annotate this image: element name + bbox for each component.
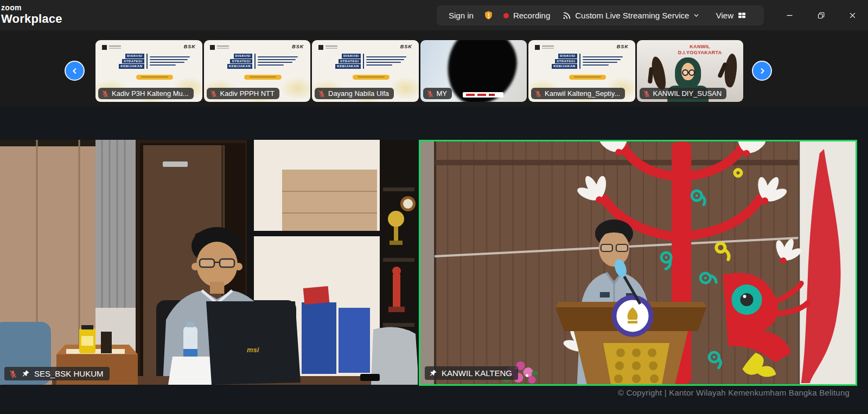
security-shield-button[interactable] <box>482 8 495 23</box>
avatar-face <box>681 63 694 80</box>
muted-mic-icon <box>210 90 218 98</box>
bsk-logo: BSK <box>184 44 196 49</box>
ministry-logo-icon <box>210 45 215 50</box>
slide-date-banner <box>353 75 390 80</box>
slide-divider <box>254 54 256 69</box>
bsk-logo: BSK <box>292 44 304 49</box>
next-participants-button[interactable] <box>752 61 772 81</box>
ministry-logo-icon <box>535 45 540 50</box>
slide-subtitle-lines <box>258 54 298 69</box>
previous-participants-button[interactable] <box>65 61 85 81</box>
slide-title-line: DISKUSI <box>342 54 361 59</box>
wayang-puppet-decor <box>650 55 667 90</box>
participant-name-badge: Kadiv PPPH NTT <box>207 88 279 99</box>
avatar-glasses <box>682 69 688 76</box>
ministry-logo-icon <box>318 45 323 50</box>
restore-icon <box>817 11 825 20</box>
brand-zoom-text: zoom <box>1 4 62 11</box>
warning-shield-icon <box>483 10 494 21</box>
tile-name-badge: SES_BSK HUKUM <box>4 367 110 380</box>
participant-thumbnail-5[interactable]: BSK DISKUSI STRATEGI KEBIJAKAN <box>528 40 635 102</box>
participant-filmstrip: BSK DISKUSI STRATEGI KEBIJAKAN <box>0 30 868 106</box>
meeting-status-bar: Sign in Recording Custom Live S <box>437 5 764 25</box>
wall-text-line: D.I.YOGYAKARTA <box>678 50 722 56</box>
copyright-text: © Copyright | Kantor Wilayah Kemenkumham… <box>618 388 850 397</box>
live-streaming-dropdown[interactable]: Custom Live Streaming Service <box>559 9 703 22</box>
participant-thumbnail-6[interactable]: KANWIL D.I.YOGYAKARTA <box>637 40 744 102</box>
close-button[interactable] <box>837 0 868 30</box>
muted-mic-icon <box>9 370 17 378</box>
window-controls <box>774 0 868 30</box>
wall-text-line: KANWIL <box>678 44 722 50</box>
pin-icon <box>429 369 437 377</box>
slide-title-line: STRATEGI <box>555 59 577 64</box>
slide-title-block: DISKUSI STRATEGI KEBIJAKAN <box>335 54 406 69</box>
office-video-scene: msi <box>0 140 418 385</box>
avatar-glasses <box>688 69 695 76</box>
slide-title-line: KEBIJAKAN <box>119 64 144 69</box>
wayang-puppet-decor <box>722 53 739 88</box>
participant-name: Kadiv P3H Kalteng Mu... <box>112 89 189 98</box>
view-button[interactable]: View <box>713 9 750 22</box>
slide-title-line: KEBIJAKAN <box>227 64 252 69</box>
ministry-logo-icon <box>102 45 107 50</box>
video-tile-ses-bsk-hukum[interactable]: msi SES_BSK HUKUM <box>0 140 418 385</box>
slide-title-block: DISKUSI STRATEGI KEBIJAKAN <box>552 54 622 69</box>
chevron-right-icon <box>758 67 767 75</box>
participant-name-badge: Kanwil Kalteng_Septiy... <box>531 88 625 99</box>
recording-label: Recording <box>513 11 550 20</box>
podium-video-scene <box>420 141 856 384</box>
participant-name: Kadiv PPPH NTT <box>220 89 275 98</box>
sign-in-label: Sign in <box>449 11 474 20</box>
tile-participant-name: SES_BSK HUKUM <box>34 369 104 378</box>
live-streaming-label: Custom Live Streaming Service <box>575 11 689 20</box>
tile-participant-name: KANWIL KALTENG <box>442 368 512 378</box>
slide-subtitle-lines <box>150 54 190 69</box>
chevron-left-icon <box>71 67 79 75</box>
recording-dot-icon <box>503 13 509 18</box>
slide-title-line: STRATEGI <box>230 59 252 64</box>
live-stream-icon <box>562 11 571 20</box>
participant-thumbnail-1[interactable]: BSK DISKUSI STRATEGI KEBIJAKAN <box>95 40 202 102</box>
slide-title-line: DISKUSI <box>234 54 253 59</box>
muted-mic-icon <box>643 90 650 98</box>
slide-title-line: DISKUSI <box>125 54 144 59</box>
minimize-icon <box>786 11 794 20</box>
pin-icon <box>22 370 30 378</box>
participant-name: KANWIL DIY_SUSAN <box>653 89 722 98</box>
muted-mic-icon <box>318 90 326 98</box>
participant-name: Kanwil Kalteng_Septiy... <box>545 89 620 98</box>
restore-button[interactable] <box>805 0 837 30</box>
slide-divider <box>579 54 580 69</box>
muted-mic-icon <box>101 90 109 98</box>
bsk-logo: BSK <box>617 44 629 49</box>
participant-thumbnail-4[interactable]: MY <box>420 40 527 102</box>
video-lower-third-banner <box>463 92 503 98</box>
slide-date-banner <box>569 75 607 80</box>
slide-subtitle-lines <box>366 54 406 69</box>
participant-name-badge: Dayang Nabila Ulfa <box>315 88 394 99</box>
slide-title-block: DISKUSI STRATEGI KEBIJAKAN <box>119 54 189 69</box>
slide-divider <box>363 54 364 69</box>
participant-thumbnail-3[interactable]: BSK DISKUSI STRATEGI KEBIJAKAN <box>312 40 419 102</box>
participant-name: Dayang Nabila Ulfa <box>328 89 389 98</box>
participant-name-badge: KANWIL DIY_SUSAN <box>640 88 727 99</box>
zoom-meeting-window: zoom Workplace Sign in Recording <box>0 0 868 414</box>
view-gallery-icon <box>737 11 746 20</box>
participant-name-badge: Kadiv P3H Kalteng Mu... <box>98 88 194 99</box>
brand-workplace-text: Workplace <box>1 13 62 25</box>
slide-subtitle-lines <box>583 54 623 69</box>
close-icon <box>848 11 857 20</box>
participant-thumbnail-2[interactable]: BSK DISKUSI STRATEGI KEBIJAKAN <box>204 40 311 102</box>
slide-date-banner <box>136 75 174 80</box>
tile-name-badge: KANWIL KALTENG <box>425 366 518 380</box>
video-tile-kanwil-kalteng-active[interactable]: KANWIL KALTENG <box>419 140 857 386</box>
recording-indicator: Recording <box>500 9 553 22</box>
slide-title-block: DISKUSI STRATEGI KEBIJAKAN <box>227 54 298 69</box>
slide-title-line: STRATEGI <box>122 59 144 64</box>
slide-title-line: KEBIJAKAN <box>335 64 360 69</box>
sign-in-button[interactable]: Sign in <box>445 9 477 22</box>
participant-name-badge: MY <box>423 88 452 99</box>
slide-title-line: STRATEGI <box>339 59 361 64</box>
minimize-button[interactable] <box>774 0 805 30</box>
